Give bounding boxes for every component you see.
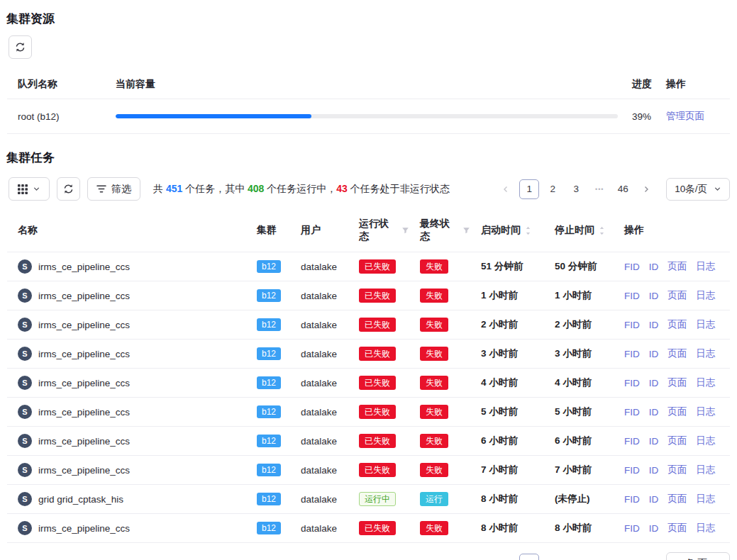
action-link-id[interactable]: ID xyxy=(649,494,659,505)
page-button-46[interactable]: 46 xyxy=(613,179,633,199)
task-actions: FIDID页面日志 xyxy=(614,376,730,389)
manage-page-link[interactable]: 管理页面 xyxy=(666,111,704,121)
action-link-fid[interactable]: FID xyxy=(624,523,640,534)
capacity-progress-fill xyxy=(116,114,311,118)
final-status-badge: 失败 xyxy=(420,521,448,535)
action-link-fid[interactable]: FID xyxy=(624,291,640,301)
action-link-page[interactable]: 页面 xyxy=(667,289,687,302)
summary-prefix: 共 xyxy=(153,183,166,194)
resources-toolbar xyxy=(0,27,737,59)
action-link-id[interactable]: ID xyxy=(649,407,659,418)
action-link-id[interactable]: ID xyxy=(649,436,659,447)
final-status-badge: 失败 xyxy=(420,463,448,477)
start-time: 1 小时前 xyxy=(470,289,544,302)
action-link-page[interactable]: 页面 xyxy=(667,464,687,476)
task-row: Sgrid grid_cptask_hisb12datalake运行中运行8 小… xyxy=(7,485,730,514)
action-link-log[interactable]: 日志 xyxy=(696,493,715,505)
resources-table-header: 队列名称 当前容量 进度 操作 xyxy=(7,70,730,99)
refresh-icon xyxy=(15,42,26,52)
action-link-page[interactable]: 页面 xyxy=(667,435,687,447)
task-name: irms_ce_pipeline_ccs xyxy=(38,436,130,447)
summary-mid2: 个任务运行中， xyxy=(264,183,336,194)
next-page-button[interactable] xyxy=(636,179,656,199)
filter-icon[interactable] xyxy=(462,227,470,235)
action-link-log[interactable]: 日志 xyxy=(696,435,715,447)
page-button-1[interactable]: 1 xyxy=(519,554,539,560)
spark-avatar-icon: S xyxy=(18,259,32,274)
action-link-log[interactable]: 日志 xyxy=(696,260,715,273)
column-header-label: 启动时间 xyxy=(481,224,521,237)
next-page-button[interactable] xyxy=(636,554,656,560)
task-name-cell: Sgrid grid_cptask_his xyxy=(7,492,246,506)
action-link-page[interactable]: 页面 xyxy=(667,493,687,505)
page-button-2[interactable]: 2 xyxy=(543,179,563,199)
action-link-id[interactable]: ID xyxy=(649,465,659,476)
summary-stopped-count: 43 xyxy=(336,183,348,194)
page-button-3[interactable]: 3 xyxy=(566,179,586,199)
task-row: Sirms_ce_pipeline_ccsb12datalake已失败失败7 小… xyxy=(7,456,730,485)
action-link-id[interactable]: ID xyxy=(649,523,659,534)
action-link-log[interactable]: 日志 xyxy=(696,347,715,360)
run-status-badge: 已失败 xyxy=(359,376,396,390)
action-link-log[interactable]: 日志 xyxy=(696,289,715,302)
action-link-page[interactable]: 页面 xyxy=(667,318,687,331)
action-link-page[interactable]: 页面 xyxy=(667,522,687,534)
action-link-log[interactable]: 日志 xyxy=(696,522,715,534)
action-link-fid[interactable]: FID xyxy=(624,262,640,272)
action-link-id[interactable]: ID xyxy=(649,320,659,330)
task-name: irms_ce_pipeline_ccs xyxy=(38,291,130,301)
sort-icon[interactable] xyxy=(599,226,605,235)
page-button-3[interactable]: 3 xyxy=(566,554,586,560)
action-link-log[interactable]: 日志 xyxy=(696,376,715,389)
prev-page-button[interactable] xyxy=(496,554,516,560)
run-status-badge: 已失败 xyxy=(359,405,396,419)
refresh-icon xyxy=(63,184,74,194)
page-button-2[interactable]: 2 xyxy=(543,554,563,560)
spark-avatar-icon: S xyxy=(18,463,32,477)
view-switch-button[interactable] xyxy=(9,177,50,201)
action-link-fid[interactable]: FID xyxy=(624,465,640,476)
action-link-fid[interactable]: FID xyxy=(624,349,640,359)
resource-row: root (b12) 39% 管理页面 xyxy=(7,99,730,134)
page-button-1[interactable]: 1 xyxy=(519,179,539,199)
task-row: Sirms_ce_pipeline_ccsb12datalake已失败失败8 小… xyxy=(7,514,730,543)
refresh-resources-button[interactable] xyxy=(9,35,32,59)
action-link-fid[interactable]: FID xyxy=(624,494,640,505)
page-size-select[interactable]: 10条/页 xyxy=(666,552,730,560)
action-link-log[interactable]: 日志 xyxy=(696,405,715,418)
task-user: datalake xyxy=(290,262,348,272)
stop-time: 6 小时前 xyxy=(544,435,614,447)
action-link-id[interactable]: ID xyxy=(649,291,659,301)
page-size-select[interactable]: 10条/页 xyxy=(666,178,730,201)
action-link-fid[interactable]: FID xyxy=(624,320,640,330)
action-link-log[interactable]: 日志 xyxy=(696,318,715,331)
task-actions: FIDID页面日志 xyxy=(614,464,730,476)
prev-page-button[interactable] xyxy=(496,179,516,199)
action-link-page[interactable]: 页面 xyxy=(667,260,687,273)
action-link-page[interactable]: 页面 xyxy=(667,376,687,389)
action-link-id[interactable]: ID xyxy=(649,262,659,272)
action-link-id[interactable]: ID xyxy=(649,378,659,388)
action-link-fid[interactable]: FID xyxy=(624,407,640,418)
tasks-table: 名称集群用户运行状态最终状态启动时间停止时间操作 Sirms_ce_pipeli… xyxy=(7,209,730,543)
action-link-log[interactable]: 日志 xyxy=(696,464,715,476)
action-link-fid[interactable]: FID xyxy=(624,436,640,447)
column-header-start_time: 启动时间 xyxy=(470,224,544,237)
task-actions: FIDID页面日志 xyxy=(614,522,730,534)
column-header-capacity: 当前容量 xyxy=(105,78,626,91)
cluster-badge: b12 xyxy=(257,493,281,505)
filter-button[interactable]: 筛选 xyxy=(87,177,140,201)
task-user: datalake xyxy=(290,291,348,301)
page-button-46[interactable]: 46 xyxy=(613,554,633,560)
action-link-fid[interactable]: FID xyxy=(624,378,640,388)
chevron-down-icon xyxy=(33,185,40,193)
column-header-final_status: 最终状态 xyxy=(409,218,470,243)
filter-icon[interactable] xyxy=(401,227,409,235)
refresh-tasks-button[interactable] xyxy=(57,177,80,201)
action-link-page[interactable]: 页面 xyxy=(667,405,687,418)
sort-icon[interactable] xyxy=(525,226,531,235)
spark-avatar-icon: S xyxy=(18,318,32,332)
action-link-page[interactable]: 页面 xyxy=(667,347,687,360)
cluster-badge: b12 xyxy=(257,405,281,418)
action-link-id[interactable]: ID xyxy=(649,349,659,359)
